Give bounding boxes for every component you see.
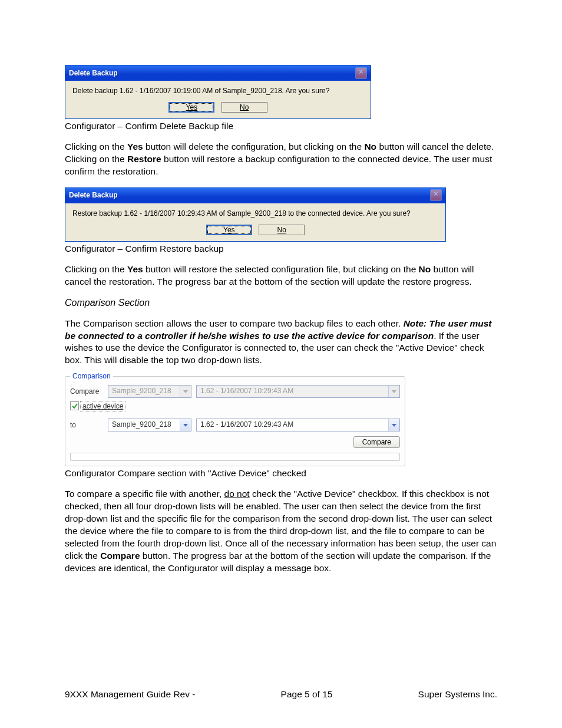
body-paragraph: The Comparison section allows the user t… bbox=[65, 318, 497, 367]
active-device-label[interactable]: active device bbox=[81, 402, 124, 410]
delete-backup-dialog-1: Delete Backup × Delete backup 1.62 - 1/1… bbox=[65, 65, 371, 119]
titlebar: Delete Backup × bbox=[65, 65, 371, 80]
chevron-down-icon bbox=[180, 386, 191, 397]
figure-caption: Configurator – Confirm Delete Backup fil… bbox=[65, 121, 497, 131]
to-device-dropdown[interactable]: Sample_9200_218 bbox=[108, 419, 191, 431]
progress-bar bbox=[70, 453, 400, 461]
footer-left: 9XXX Management Guide Rev - bbox=[65, 689, 195, 700]
compare-device-dropdown: Sample_9200_218 bbox=[108, 385, 191, 398]
section-heading: Comparison Section bbox=[65, 298, 497, 308]
dialog-title: Delete Backup bbox=[69, 69, 118, 77]
titlebar: Delete Backup × bbox=[65, 188, 445, 203]
footer-center: Page 5 of 15 bbox=[281, 689, 333, 700]
no-button[interactable]: No bbox=[222, 102, 267, 113]
compare-file-dropdown: 1.62 - 1/16/2007 10:29:43 AM bbox=[196, 385, 400, 398]
body-paragraph: Clicking on the Yes button will restore … bbox=[65, 263, 497, 288]
close-icon[interactable]: × bbox=[355, 67, 367, 79]
delete-backup-dialog-2: Delete Backup × Restore backup 1.62 - 1/… bbox=[65, 187, 446, 242]
compare-label: Compare bbox=[70, 387, 103, 396]
to-label: to bbox=[70, 421, 103, 429]
chevron-down-icon bbox=[388, 386, 399, 397]
body-paragraph: Clicking on the Yes button will delete t… bbox=[65, 141, 497, 178]
page-footer: 9XXX Management Guide Rev - Page 5 of 15… bbox=[65, 689, 497, 700]
chevron-down-icon[interactable] bbox=[180, 419, 191, 431]
footer-right: Super Systems Inc. bbox=[418, 689, 497, 700]
yes-button[interactable]: Yes bbox=[206, 225, 252, 235]
figure-caption: Configurator – Confirm Restore backup bbox=[65, 243, 497, 254]
body-paragraph: To compare a specific file with another,… bbox=[65, 488, 497, 574]
comparison-panel: Comparison Compare Sample_9200_218 1.62 … bbox=[65, 376, 405, 466]
to-file-dropdown[interactable]: 1.62 - 1/16/2007 10:29:43 AM bbox=[196, 419, 400, 431]
chevron-down-icon[interactable] bbox=[388, 419, 399, 431]
dialog-title: Delete Backup bbox=[69, 191, 118, 199]
compare-button[interactable]: Compare bbox=[353, 436, 400, 448]
yes-button[interactable]: Yes bbox=[168, 102, 214, 113]
active-device-checkbox[interactable] bbox=[70, 401, 79, 410]
figure-caption: Configurator Compare section with "Activ… bbox=[65, 468, 497, 479]
panel-legend: Comparison bbox=[70, 372, 113, 380]
no-button[interactable]: No bbox=[259, 225, 305, 235]
dialog-message: Restore backup 1.62 - 1/16/2007 10:29:43… bbox=[72, 209, 438, 218]
close-icon[interactable]: × bbox=[430, 189, 442, 201]
dialog-message: Delete backup 1.62 - 1/16/2007 10:19:00 … bbox=[72, 87, 363, 95]
